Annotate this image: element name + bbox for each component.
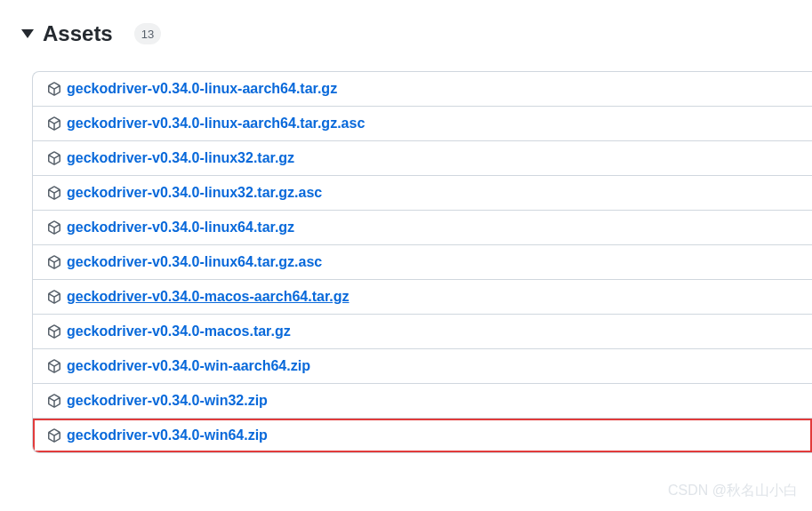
package-icon xyxy=(47,186,61,200)
asset-row: geckodriver-v0.34.0-linux32.tar.gz xyxy=(33,141,812,176)
package-icon xyxy=(47,116,61,131)
asset-link[interactable]: geckodriver-v0.34.0-linux64.tar.gz.asc xyxy=(67,254,322,270)
package-icon xyxy=(47,290,61,304)
asset-row: geckodriver-v0.34.0-linux32.tar.gz.asc xyxy=(33,176,812,211)
package-icon xyxy=(47,255,61,269)
package-icon xyxy=(47,428,61,443)
package-icon xyxy=(47,220,61,235)
asset-link[interactable]: geckodriver-v0.34.0-win-aarch64.zip xyxy=(67,358,310,374)
asset-link[interactable]: geckodriver-v0.34.0-linux32.tar.gz.asc xyxy=(67,185,322,201)
asset-row: geckodriver-v0.34.0-win32.zip xyxy=(33,384,812,419)
asset-row: geckodriver-v0.34.0-macos-aarch64.tar.gz xyxy=(33,280,812,315)
asset-link[interactable]: geckodriver-v0.34.0-macos-aarch64.tar.gz xyxy=(67,289,350,305)
disclosure-triangle-icon xyxy=(21,29,34,38)
assets-title: Assets xyxy=(43,21,113,46)
asset-link[interactable]: geckodriver-v0.34.0-linux-aarch64.tar.gz… xyxy=(67,116,365,132)
package-icon xyxy=(47,394,61,408)
asset-link[interactable]: geckodriver-v0.34.0-macos.tar.gz xyxy=(67,323,291,339)
asset-link[interactable]: geckodriver-v0.34.0-win64.zip xyxy=(67,427,268,443)
asset-link[interactable]: geckodriver-v0.34.0-linux-aarch64.tar.gz xyxy=(67,81,337,97)
asset-row: geckodriver-v0.34.0-win-aarch64.zip xyxy=(33,349,812,384)
asset-link[interactable]: geckodriver-v0.34.0-linux64.tar.gz xyxy=(67,220,294,236)
asset-row: geckodriver-v0.34.0-linux-aarch64.tar.gz xyxy=(33,72,812,107)
package-icon xyxy=(47,324,61,339)
package-icon xyxy=(47,151,61,165)
asset-row: geckodriver-v0.34.0-linux64.tar.gz.asc xyxy=(33,245,812,280)
assets-list: geckodriver-v0.34.0-linux-aarch64.tar.gz… xyxy=(32,71,812,453)
assets-header-toggle[interactable]: Assets 13 xyxy=(21,21,812,46)
asset-row: geckodriver-v0.34.0-macos.tar.gz xyxy=(33,315,812,349)
asset-link[interactable]: geckodriver-v0.34.0-win32.zip xyxy=(67,393,268,409)
assets-count-badge: 13 xyxy=(134,23,161,44)
package-icon xyxy=(47,359,61,373)
package-icon xyxy=(47,82,61,96)
asset-row: geckodriver-v0.34.0-win64.zip xyxy=(33,419,812,452)
asset-link[interactable]: geckodriver-v0.34.0-linux32.tar.gz xyxy=(67,150,294,166)
asset-row: geckodriver-v0.34.0-linux-aarch64.tar.gz… xyxy=(33,107,812,141)
asset-row: geckodriver-v0.34.0-linux64.tar.gz xyxy=(33,211,812,245)
